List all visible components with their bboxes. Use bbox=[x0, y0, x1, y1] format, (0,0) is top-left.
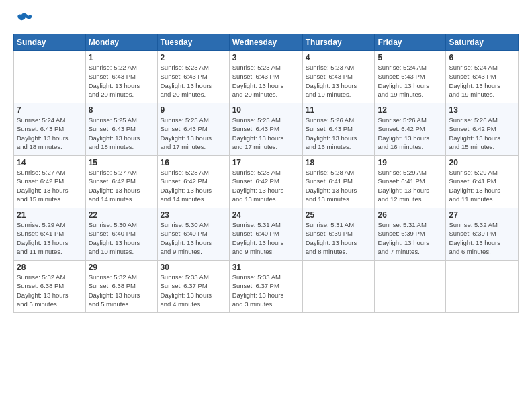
day-number: 20 bbox=[449, 158, 515, 167]
day-info: Sunrise: 5:32 AM Sunset: 6:38 PM Dayligh… bbox=[89, 273, 154, 308]
day-info: Sunrise: 5:33 AM Sunset: 6:37 PM Dayligh… bbox=[232, 273, 300, 308]
calendar-cell bbox=[302, 261, 375, 313]
calendar-cell: 21Sunrise: 5:29 AM Sunset: 6:41 PM Dayli… bbox=[14, 208, 86, 261]
day-info: Sunrise: 5:26 AM Sunset: 6:43 PM Dayligh… bbox=[306, 116, 372, 151]
day-info: Sunrise: 5:23 AM Sunset: 6:43 PM Dayligh… bbox=[232, 63, 300, 99]
day-info: Sunrise: 5:25 AM Sunset: 6:43 PM Dayligh… bbox=[232, 116, 300, 151]
day-number: 23 bbox=[161, 210, 226, 220]
calendar-cell: 8Sunrise: 5:25 AM Sunset: 6:43 PM Daylig… bbox=[85, 103, 157, 156]
day-number: 15 bbox=[89, 158, 154, 167]
day-number: 28 bbox=[17, 263, 83, 272]
day-number: 24 bbox=[232, 210, 300, 220]
day-number: 7 bbox=[17, 105, 83, 115]
calendar-cell: 19Sunrise: 5:29 AM Sunset: 6:41 PM Dayli… bbox=[375, 156, 446, 208]
day-info: Sunrise: 5:24 AM Sunset: 6:43 PM Dayligh… bbox=[17, 116, 83, 151]
day-number: 3 bbox=[232, 53, 300, 62]
calendar-cell: 31Sunrise: 5:33 AM Sunset: 6:37 PM Dayli… bbox=[229, 261, 302, 313]
weekday-header: Saturday bbox=[446, 34, 519, 51]
day-number: 11 bbox=[306, 105, 372, 115]
day-number: 19 bbox=[378, 158, 443, 167]
calendar-week-row: 21Sunrise: 5:29 AM Sunset: 6:41 PM Dayli… bbox=[14, 208, 519, 261]
calendar-cell: 30Sunrise: 5:33 AM Sunset: 6:37 PM Dayli… bbox=[157, 261, 229, 313]
calendar-cell: 15Sunrise: 5:27 AM Sunset: 6:42 PM Dayli… bbox=[85, 156, 157, 208]
logo bbox=[13, 12, 32, 27]
day-info: Sunrise: 5:25 AM Sunset: 6:43 PM Dayligh… bbox=[89, 116, 154, 151]
calendar-cell: 17Sunrise: 5:28 AM Sunset: 6:42 PM Dayli… bbox=[229, 156, 302, 208]
calendar-cell: 20Sunrise: 5:29 AM Sunset: 6:41 PM Dayli… bbox=[446, 156, 519, 208]
calendar-cell: 5Sunrise: 5:24 AM Sunset: 6:43 PM Daylig… bbox=[375, 51, 446, 103]
day-number: 18 bbox=[306, 158, 372, 167]
day-info: Sunrise: 5:23 AM Sunset: 6:43 PM Dayligh… bbox=[161, 63, 226, 99]
calendar-cell: 9Sunrise: 5:25 AM Sunset: 6:43 PM Daylig… bbox=[157, 103, 229, 156]
day-info: Sunrise: 5:31 AM Sunset: 6:39 PM Dayligh… bbox=[378, 220, 443, 256]
calendar-cell: 26Sunrise: 5:31 AM Sunset: 6:39 PM Dayli… bbox=[375, 208, 446, 261]
day-number: 16 bbox=[161, 158, 226, 167]
weekday-header: Tuesday bbox=[157, 34, 229, 51]
calendar-header-row: SundayMondayTuesdayWednesdayThursdayFrid… bbox=[14, 34, 519, 51]
day-number: 22 bbox=[89, 210, 154, 220]
weekday-header: Friday bbox=[375, 34, 446, 51]
calendar-table: SundayMondayTuesdayWednesdayThursdayFrid… bbox=[13, 34, 519, 313]
calendar-cell: 12Sunrise: 5:26 AM Sunset: 6:42 PM Dayli… bbox=[375, 103, 446, 156]
weekday-header: Monday bbox=[85, 34, 157, 51]
calendar-cell: 1Sunrise: 5:22 AM Sunset: 6:43 PM Daylig… bbox=[85, 51, 157, 103]
calendar-cell: 10Sunrise: 5:25 AM Sunset: 6:43 PM Dayli… bbox=[229, 103, 302, 156]
calendar-cell: 2Sunrise: 5:23 AM Sunset: 6:43 PM Daylig… bbox=[157, 51, 229, 103]
calendar-cell: 13Sunrise: 5:26 AM Sunset: 6:42 PM Dayli… bbox=[446, 103, 519, 156]
calendar-cell: 6Sunrise: 5:24 AM Sunset: 6:43 PM Daylig… bbox=[446, 51, 519, 103]
day-info: Sunrise: 5:24 AM Sunset: 6:43 PM Dayligh… bbox=[378, 63, 443, 99]
calendar-cell: 14Sunrise: 5:27 AM Sunset: 6:42 PM Dayli… bbox=[14, 156, 86, 208]
day-number: 25 bbox=[306, 210, 372, 220]
calendar-cell: 18Sunrise: 5:28 AM Sunset: 6:41 PM Dayli… bbox=[302, 156, 375, 208]
day-info: Sunrise: 5:27 AM Sunset: 6:42 PM Dayligh… bbox=[17, 168, 83, 203]
day-number: 4 bbox=[306, 53, 372, 62]
day-info: Sunrise: 5:29 AM Sunset: 6:41 PM Dayligh… bbox=[449, 168, 515, 203]
calendar-cell: 3Sunrise: 5:23 AM Sunset: 6:43 PM Daylig… bbox=[229, 51, 302, 103]
day-info: Sunrise: 5:29 AM Sunset: 6:41 PM Dayligh… bbox=[378, 168, 443, 203]
calendar-cell bbox=[14, 51, 86, 103]
day-info: Sunrise: 5:25 AM Sunset: 6:43 PM Dayligh… bbox=[161, 116, 226, 151]
day-info: Sunrise: 5:28 AM Sunset: 6:41 PM Dayligh… bbox=[306, 168, 372, 203]
calendar-cell: 11Sunrise: 5:26 AM Sunset: 6:43 PM Dayli… bbox=[302, 103, 375, 156]
day-info: Sunrise: 5:31 AM Sunset: 6:39 PM Dayligh… bbox=[306, 220, 372, 256]
weekday-header: Wednesday bbox=[229, 34, 302, 51]
page-header bbox=[13, 12, 519, 27]
day-number: 5 bbox=[378, 53, 443, 62]
day-info: Sunrise: 5:22 AM Sunset: 6:43 PM Dayligh… bbox=[89, 63, 154, 99]
calendar-cell: 16Sunrise: 5:28 AM Sunset: 6:42 PM Dayli… bbox=[157, 156, 229, 208]
day-number: 1 bbox=[89, 53, 154, 62]
day-info: Sunrise: 5:32 AM Sunset: 6:39 PM Dayligh… bbox=[449, 220, 515, 256]
day-info: Sunrise: 5:24 AM Sunset: 6:43 PM Dayligh… bbox=[449, 63, 515, 99]
day-info: Sunrise: 5:29 AM Sunset: 6:41 PM Dayligh… bbox=[17, 220, 83, 256]
day-number: 29 bbox=[89, 263, 154, 272]
day-info: Sunrise: 5:28 AM Sunset: 6:42 PM Dayligh… bbox=[232, 168, 300, 203]
calendar-week-row: 28Sunrise: 5:32 AM Sunset: 6:38 PM Dayli… bbox=[14, 261, 519, 313]
day-info: Sunrise: 5:30 AM Sunset: 6:40 PM Dayligh… bbox=[89, 220, 154, 256]
day-number: 9 bbox=[161, 105, 226, 115]
day-info: Sunrise: 5:26 AM Sunset: 6:42 PM Dayligh… bbox=[378, 116, 443, 151]
day-number: 2 bbox=[161, 53, 226, 62]
day-info: Sunrise: 5:28 AM Sunset: 6:42 PM Dayligh… bbox=[161, 168, 226, 203]
calendar-cell: 22Sunrise: 5:30 AM Sunset: 6:40 PM Dayli… bbox=[85, 208, 157, 261]
day-number: 26 bbox=[378, 210, 443, 220]
day-number: 10 bbox=[232, 105, 300, 115]
day-number: 14 bbox=[17, 158, 83, 167]
calendar-cell: 29Sunrise: 5:32 AM Sunset: 6:38 PM Dayli… bbox=[85, 261, 157, 313]
calendar-week-row: 1Sunrise: 5:22 AM Sunset: 6:43 PM Daylig… bbox=[14, 51, 519, 103]
calendar-cell: 24Sunrise: 5:31 AM Sunset: 6:40 PM Dayli… bbox=[229, 208, 302, 261]
day-number: 31 bbox=[232, 263, 300, 272]
calendar-cell: 23Sunrise: 5:30 AM Sunset: 6:40 PM Dayli… bbox=[157, 208, 229, 261]
calendar-cell bbox=[375, 261, 446, 313]
calendar-cell: 25Sunrise: 5:31 AM Sunset: 6:39 PM Dayli… bbox=[302, 208, 375, 261]
day-number: 12 bbox=[378, 105, 443, 115]
logo-bird-icon bbox=[15, 12, 32, 27]
day-number: 17 bbox=[232, 158, 300, 167]
day-info: Sunrise: 5:32 AM Sunset: 6:38 PM Dayligh… bbox=[17, 273, 83, 308]
calendar-cell: 4Sunrise: 5:23 AM Sunset: 6:43 PM Daylig… bbox=[302, 51, 375, 103]
weekday-header: Thursday bbox=[302, 34, 375, 51]
calendar-cell: 27Sunrise: 5:32 AM Sunset: 6:39 PM Dayli… bbox=[446, 208, 519, 261]
calendar-week-row: 14Sunrise: 5:27 AM Sunset: 6:42 PM Dayli… bbox=[14, 156, 519, 208]
day-number: 27 bbox=[449, 210, 515, 220]
calendar-cell: 7Sunrise: 5:24 AM Sunset: 6:43 PM Daylig… bbox=[14, 103, 86, 156]
day-info: Sunrise: 5:27 AM Sunset: 6:42 PM Dayligh… bbox=[89, 168, 154, 203]
